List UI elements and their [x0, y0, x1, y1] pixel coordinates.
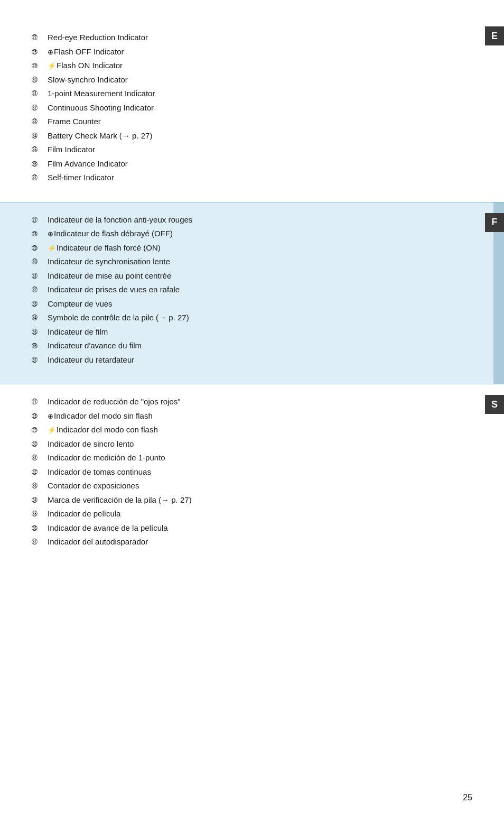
list-item: ㉗ Indicateur de la fonction anti-yeux ro…: [32, 214, 472, 226]
lang-badge-french: F: [485, 213, 504, 232]
list-item: ㉘ ⊕Flash OFF Indicator: [32, 46, 472, 58]
list-item: ㉟ Indicador de película: [32, 508, 472, 520]
list-item: ㉚ Slow-synchro Indicator: [32, 74, 472, 86]
list-item: ㊲ Self-timer Indicator: [32, 172, 472, 184]
list-item: ㉙ ⚡Indicador del modo con flash: [32, 424, 472, 436]
list-item: ㉗ Indicador de reducción de "ojos rojos": [32, 396, 472, 408]
list-item: ㉛ 1-point Measurement Indicator: [32, 88, 472, 100]
list-item: ㉝ Frame Counter: [32, 116, 472, 128]
list-item: ㉘ ⊕Indicateur de flash débrayé (OFF): [32, 228, 472, 240]
spanish-item-list: ㉗ Indicador de reducción de "ojos rojos"…: [32, 396, 472, 548]
list-item: ㉞ Symbole de contrôle de la pile (→ p. 2…: [32, 312, 472, 324]
list-item: ㉛ Indicador de medición de 1-punto: [32, 452, 472, 464]
page-number: 25: [463, 793, 472, 802]
section-spanish: S ㉗ Indicador de reducción de "ojos rojo…: [0, 384, 504, 566]
list-item: ㉟ Film Indicator: [32, 144, 472, 156]
list-item: ㉚ Indicador de sincro lento: [32, 438, 472, 450]
list-item: ㉙ ⚡Indicateur de flash forcé (ON): [32, 242, 472, 254]
list-item: ㉝ Contador de exposiciones: [32, 480, 472, 492]
list-item: ㉞ Battery Check Mark (→ p. 27): [32, 130, 472, 142]
list-item: ㊲ Indicador del autodisparador: [32, 536, 472, 548]
lang-badge-english: E: [485, 26, 504, 45]
page-container: E ㉗ Red-eye Reduction Indicator ㉘ ⊕Flash…: [0, 0, 504, 813]
list-item: ㉚ Indicateur de synchronisation lente: [32, 256, 472, 268]
list-item: ㊱ Film Advance Indicator: [32, 158, 472, 170]
list-item: ㊱ Indicador de avance de la película: [32, 522, 472, 534]
french-item-list: ㉗ Indicateur de la fonction anti-yeux ro…: [32, 214, 472, 366]
list-item: ㉞ Marca de verificación de la pila (→ p.…: [32, 494, 472, 506]
list-item: ㉙ ⚡Flash ON Indicator: [32, 60, 472, 72]
list-item: ㉘ ⊕Indicador del modo sin flash: [32, 410, 472, 422]
list-item: ㉟ Indicateur de film: [32, 326, 472, 338]
english-item-list: ㉗ Red-eye Reduction Indicator ㉘ ⊕Flash O…: [32, 32, 472, 184]
list-item: ㉜ Indicateur de prises de vues en rafale: [32, 284, 472, 296]
list-item: ㉛ Indicateur de mise au point centrée: [32, 270, 472, 282]
section-english: E ㉗ Red-eye Reduction Indicator ㉘ ⊕Flash…: [0, 16, 504, 202]
list-item: ㉜ Continuous Shooting Indicator: [32, 102, 472, 114]
lang-badge-spanish: S: [485, 395, 504, 414]
list-item: ㊱ Indicateur d'avance du film: [32, 340, 472, 352]
list-item: ㉜ Indicador de tomas continuas: [32, 466, 472, 478]
section-french: F ㉗ Indicateur de la fonction anti-yeux …: [0, 202, 504, 384]
list-item: ㊲ Indicateur du retardateur: [32, 354, 472, 366]
list-item: ㉝ Compteur de vues: [32, 298, 472, 310]
list-item: ㉗ Red-eye Reduction Indicator: [32, 32, 472, 44]
